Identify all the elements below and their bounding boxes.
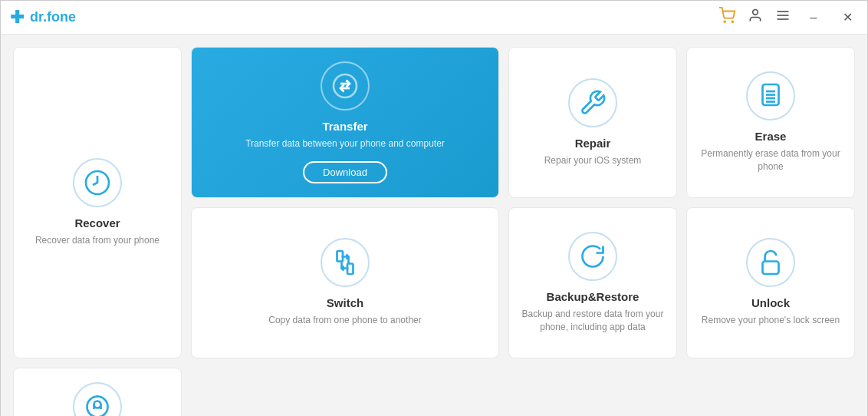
repair-desc: Repair your iOS system xyxy=(544,154,642,167)
main-content: Recover Recover data from your phone Tra… xyxy=(1,35,867,416)
root-card[interactable]: Root Gain developer-level permissions fo… xyxy=(13,368,182,416)
svg-point-1 xyxy=(732,21,733,22)
backup-title: Backup&Restore xyxy=(547,290,639,303)
app-window: ✚ dr.fone xyxy=(0,0,868,416)
user-icon[interactable] xyxy=(748,8,763,27)
backup-icon xyxy=(568,232,617,281)
backup-desc: Backup and restore data from your phone,… xyxy=(518,308,667,334)
titlebar-right: – ✕ xyxy=(718,7,858,28)
repair-icon xyxy=(568,78,617,127)
logo-text: dr.fone xyxy=(30,9,76,25)
switch-card[interactable]: Switch Copy data from one phone to anoth… xyxy=(191,207,499,358)
transfer-desc: Transfer data between your phone and com… xyxy=(245,137,445,150)
transfer-title: Transfer xyxy=(322,120,367,133)
unlock-title: Unlock xyxy=(751,296,790,309)
titlebar-left: ✚ dr.fone xyxy=(10,9,76,26)
transfer-icon xyxy=(321,61,370,111)
repair-title: Repair xyxy=(575,137,611,150)
svg-point-2 xyxy=(753,10,758,15)
menu-icon[interactable] xyxy=(775,8,791,27)
repair-card[interactable]: Repair Repair your iOS system xyxy=(508,47,677,198)
download-button[interactable]: Download xyxy=(303,161,387,183)
svg-point-18 xyxy=(87,396,108,416)
unlock-icon xyxy=(746,238,795,287)
backup-card[interactable]: Backup&Restore Backup and restore data f… xyxy=(508,207,677,358)
svg-point-0 xyxy=(724,21,725,22)
recover-title: Recover xyxy=(74,216,120,229)
unlock-desc: Remove your phone's lock screen xyxy=(702,314,840,327)
minimize-button[interactable]: – xyxy=(803,7,824,28)
switch-title: Switch xyxy=(327,296,363,309)
switch-icon xyxy=(321,238,370,287)
switch-desc: Copy data from one phone to another xyxy=(268,314,421,327)
recover-desc: Recover data from your phone xyxy=(35,234,159,247)
unlock-card[interactable]: Unlock Remove your phone's lock screen xyxy=(686,207,855,358)
recover-icon xyxy=(73,158,122,207)
close-button[interactable]: ✕ xyxy=(837,7,858,28)
cart-icon[interactable] xyxy=(718,7,735,28)
logo-icon: ✚ xyxy=(10,9,24,26)
erase-desc: Permanently erase data from your phone xyxy=(696,147,845,173)
svg-point-7 xyxy=(334,74,357,97)
recover-card[interactable]: Recover Recover data from your phone xyxy=(13,47,182,358)
transfer-card[interactable]: Transfer Transfer data between your phon… xyxy=(191,47,499,198)
titlebar: ✚ dr.fone xyxy=(1,1,867,35)
svg-rect-17 xyxy=(763,262,779,275)
root-icon xyxy=(73,382,122,416)
erase-icon xyxy=(746,71,795,121)
erase-title: Erase xyxy=(755,130,787,143)
erase-card[interactable]: Erase Permanently erase data from your p… xyxy=(686,47,855,198)
